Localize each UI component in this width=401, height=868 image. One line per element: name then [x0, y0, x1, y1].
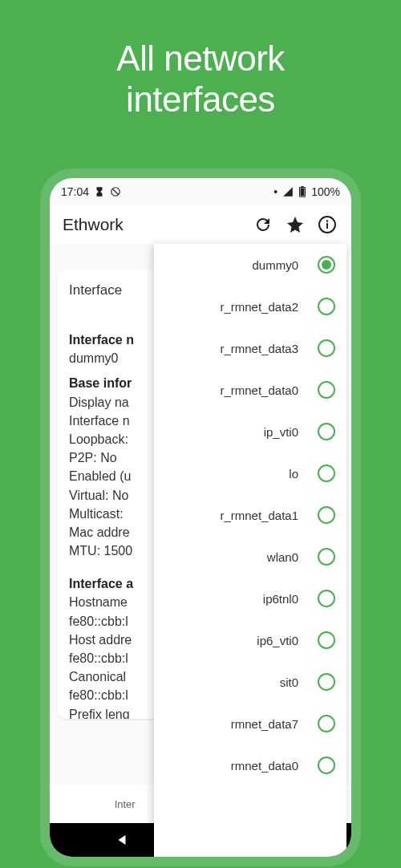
- phone-frame: 17:04 • 100% Ethwork: [40, 168, 361, 866]
- radio-icon[interactable]: [318, 339, 335, 357]
- dropdown-option[interactable]: ip6tnl0: [154, 578, 346, 619]
- promo-title: All network interfaces: [0, 0, 401, 120]
- star-button[interactable]: [284, 213, 306, 236]
- radio-icon[interactable]: [318, 298, 335, 315]
- dropdown-option[interactable]: lo: [154, 452, 346, 494]
- tab-left[interactable]: Inter: [115, 798, 136, 810]
- status-bar: 17:04 • 100%: [50, 178, 351, 205]
- radio-icon[interactable]: [318, 631, 335, 649]
- dropdown-option-label: lo: [165, 467, 310, 481]
- dropdown-option-label: rmnet_data0: [165, 759, 310, 773]
- app-title: Ethwork: [63, 215, 242, 234]
- dropdown-option[interactable]: rmnet_data7: [154, 703, 346, 744]
- svg-rect-3: [302, 186, 304, 187]
- dropdown-option[interactable]: dummy0: [154, 244, 346, 286]
- info-button[interactable]: [316, 213, 338, 236]
- battery-pct: 100%: [311, 185, 340, 198]
- radio-icon[interactable]: [318, 548, 335, 566]
- radio-icon[interactable]: [318, 423, 335, 440]
- nav-back-icon[interactable]: [115, 833, 129, 847]
- dropdown-option-label: wlan0: [165, 550, 310, 564]
- dropdown-option-label: r_rmnet_data1: [165, 509, 310, 522]
- radio-icon[interactable]: [318, 464, 335, 482]
- dropdown-option-label: r_rmnet_data0: [165, 383, 310, 397]
- dropdown-option[interactable]: ip_vti0: [154, 411, 346, 452]
- dropdown-option[interactable]: wlan0: [154, 536, 346, 578]
- signal-icon: [282, 186, 294, 197]
- dropdown-option[interactable]: r_rmnet_data0: [154, 369, 346, 411]
- no-sign-icon: [110, 186, 121, 197]
- dropdown-option[interactable]: rmnet_data0: [154, 744, 346, 786]
- dropdown-option-label: rmnet_data7: [165, 717, 310, 731]
- radio-icon[interactable]: [318, 715, 335, 732]
- dropdown-option[interactable]: sit0: [154, 661, 346, 703]
- dropdown-option-label: r_rmnet_data2: [165, 300, 310, 314]
- svg-rect-7: [326, 223, 328, 229]
- dropdown-option-label: sit0: [165, 675, 310, 689]
- dropdown-option-label: ip6tnl0: [165, 592, 310, 606]
- refresh-button[interactable]: [252, 213, 274, 236]
- dropdown-option[interactable]: ip6_vti0: [154, 619, 346, 661]
- app-bar: Ethwork: [50, 205, 351, 244]
- dropdown-option[interactable]: r_rmnet_data2: [154, 286, 346, 327]
- dropdown-option[interactable]: r_rmnet_data3: [154, 327, 346, 369]
- radio-selected-icon[interactable]: [318, 256, 335, 274]
- dropdown-option-label: r_rmnet_data3: [165, 342, 310, 355]
- svg-rect-4: [301, 188, 305, 196]
- radio-icon[interactable]: [318, 590, 335, 607]
- phone-screen: 17:04 • 100% Ethwork: [50, 178, 351, 857]
- radio-icon[interactable]: [318, 506, 335, 524]
- hourglass-icon: [94, 186, 105, 197]
- radio-icon[interactable]: [318, 756, 335, 774]
- battery-icon: [298, 186, 306, 197]
- svg-point-6: [326, 220, 329, 222]
- dropdown-option-label: ip_vti0: [165, 425, 310, 439]
- dropdown-option[interactable]: r_rmnet_data1: [154, 494, 346, 536]
- radio-icon[interactable]: [318, 381, 335, 399]
- dropdown-option-label: dummy0: [165, 258, 310, 272]
- dropdown-option-label: ip6_vti0: [165, 634, 310, 647]
- status-time: 17:04: [61, 185, 89, 198]
- svg-line-1: [113, 189, 119, 195]
- status-dot: •: [273, 185, 277, 198]
- radio-icon[interactable]: [318, 673, 335, 691]
- interface-dropdown-menu[interactable]: dummy0r_rmnet_data2r_rmnet_data3r_rmnet_…: [154, 244, 346, 857]
